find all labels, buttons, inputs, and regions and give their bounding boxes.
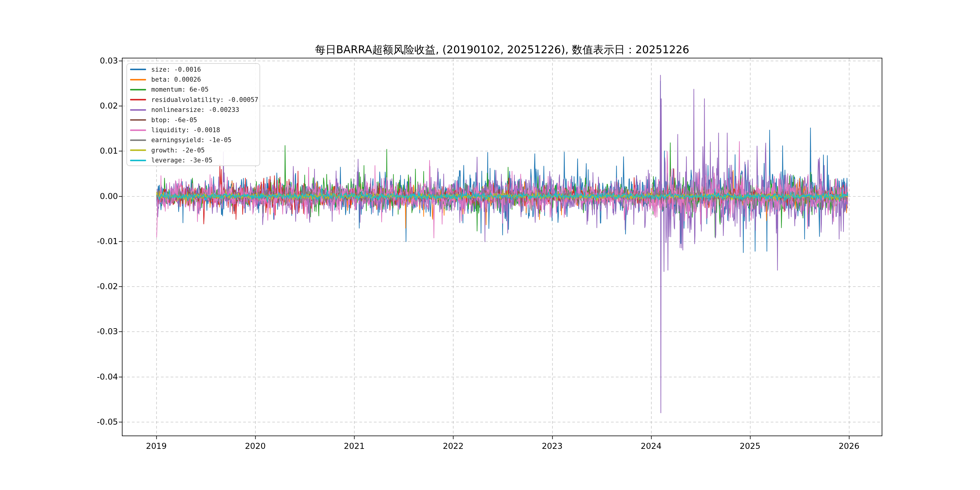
figure: 每日BARRA超额风险收益, (20190102, 20251226), 数值表… bbox=[0, 0, 980, 490]
momentum-line-swatch bbox=[130, 89, 146, 91]
y-axis-tick-label: -0.04 bbox=[76, 372, 118, 382]
legend-label: momentum: 6e-05 bbox=[151, 86, 209, 93]
x-axis-tick-label: 2021 bbox=[330, 441, 379, 451]
y-axis-tick-label: 0.01 bbox=[76, 146, 118, 156]
legend-label: leverage: -3e-05 bbox=[151, 157, 212, 164]
btop-line-swatch bbox=[130, 119, 146, 121]
legend-item: residualvolatility: -0.00057 bbox=[127, 95, 259, 105]
y-axis-tick-label: 0.02 bbox=[76, 101, 118, 111]
legend-label: beta: 0.00026 bbox=[151, 76, 201, 83]
y-axis-tick-label: 0.03 bbox=[76, 56, 118, 66]
legend-label: liquidity: -0.0018 bbox=[151, 126, 220, 134]
x-axis-tick-label: 2023 bbox=[528, 441, 576, 451]
legend-item: momentum: 6e-05 bbox=[127, 85, 259, 95]
legend-label: size: -0.0016 bbox=[151, 66, 201, 73]
x-axis-tick-label: 2019 bbox=[132, 441, 181, 451]
legend-item: size: -0.0016 bbox=[127, 64, 259, 75]
legend-label: nonlinearsize: -0.00233 bbox=[151, 106, 239, 113]
legend-label: residualvolatility: -0.00057 bbox=[151, 96, 258, 103]
leverage-line-swatch bbox=[130, 160, 146, 161]
x-axis-tick-label: 2020 bbox=[231, 441, 280, 451]
legend-label: earningsyield: -1e-05 bbox=[151, 137, 232, 144]
legend-label: growth: -2e-05 bbox=[151, 147, 205, 154]
legend-item: beta: 0.00026 bbox=[127, 75, 259, 84]
beta-line-swatch bbox=[130, 79, 146, 80]
y-axis-tick-label: 0.00 bbox=[76, 191, 118, 201]
legend: size: -0.0016beta: 0.00026momentum: 6e-0… bbox=[126, 63, 260, 166]
y-axis-tick-label: -0.01 bbox=[76, 237, 118, 246]
growth-line-swatch bbox=[130, 150, 146, 151]
earningsyield-line-swatch bbox=[130, 140, 146, 141]
y-axis-tick-label: -0.02 bbox=[76, 282, 118, 291]
y-axis-tick-label: -0.03 bbox=[76, 327, 118, 336]
nonlinearsize-line-swatch bbox=[130, 109, 146, 111]
legend-item: growth: -2e-05 bbox=[127, 145, 259, 155]
liquidity-line-swatch bbox=[130, 129, 146, 131]
size-line-swatch bbox=[130, 68, 146, 70]
legend-item: leverage: -3e-05 bbox=[127, 156, 259, 165]
x-axis-tick-label: 2026 bbox=[825, 441, 873, 451]
chart-title: 每日BARRA超额风险收益, (20190102, 20251226), 数值表… bbox=[122, 43, 882, 57]
legend-item: earningsyield: -1e-05 bbox=[127, 135, 259, 145]
legend-item: btop: -6e-05 bbox=[127, 115, 259, 125]
x-axis-tick-label: 2024 bbox=[627, 441, 675, 451]
legend-item: liquidity: -0.0018 bbox=[127, 125, 259, 135]
x-axis-tick-label: 2025 bbox=[726, 441, 774, 451]
x-axis-tick-label: 2022 bbox=[429, 441, 477, 451]
legend-label: btop: -6e-05 bbox=[151, 116, 197, 124]
residualvolatility-line-swatch bbox=[130, 99, 146, 100]
legend-item: nonlinearsize: -0.00233 bbox=[127, 105, 259, 115]
y-axis-tick-label: -0.05 bbox=[76, 417, 118, 427]
